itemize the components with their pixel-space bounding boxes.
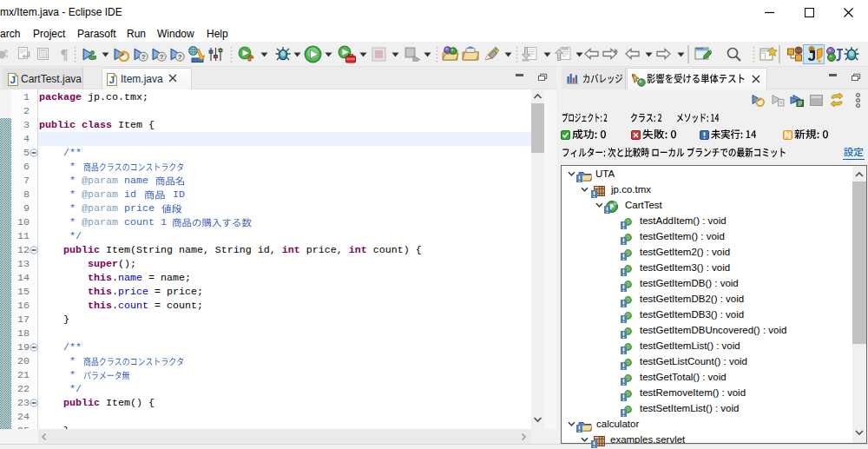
svg-text:?: ?: [160, 53, 164, 61]
svg-text:¶: ¶: [61, 47, 69, 61]
svg-text:J: J: [10, 74, 16, 85]
svg-text:J: J: [108, 74, 115, 85]
svg-text:?: ?: [178, 53, 182, 61]
svg-text:?: ?: [141, 53, 146, 61]
